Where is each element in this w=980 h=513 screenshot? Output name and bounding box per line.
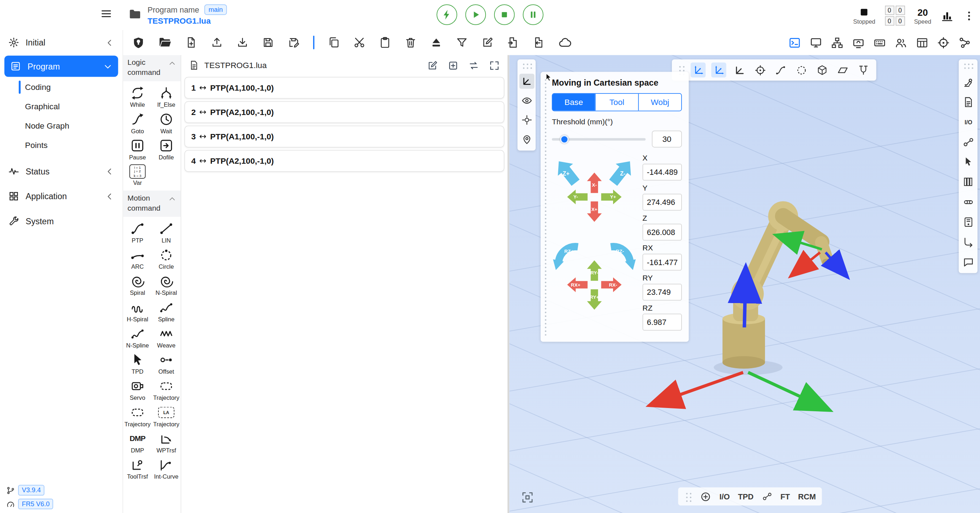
conveyor-icon[interactable] bbox=[961, 194, 976, 209]
export-file-icon[interactable] bbox=[507, 36, 520, 49]
performance-chart-icon[interactable] bbox=[940, 9, 954, 22]
threshold-value[interactable]: 30 bbox=[652, 131, 682, 148]
command-spline[interactable]: Spline bbox=[152, 298, 181, 324]
command-spiral[interactable]: Spiral bbox=[123, 272, 152, 298]
drag-handle[interactable] bbox=[963, 62, 974, 70]
filter-icon[interactable] bbox=[456, 36, 468, 49]
command-hspiral[interactable]: H-Spiral bbox=[123, 298, 152, 324]
tab-tool[interactable]: Tool bbox=[595, 94, 638, 111]
device-icon[interactable] bbox=[961, 214, 976, 229]
broadcast-icon[interactable] bbox=[852, 36, 865, 49]
gripper-icon[interactable] bbox=[856, 62, 871, 77]
swap-lines-icon[interactable] bbox=[468, 60, 479, 71]
path-curve-icon[interactable] bbox=[773, 62, 788, 77]
command-arc[interactable]: ARC bbox=[123, 245, 152, 271]
command-weave[interactable]: Weave bbox=[152, 324, 181, 350]
command-dmp[interactable]: DMPDMP bbox=[123, 429, 152, 455]
eject-icon[interactable] bbox=[430, 36, 442, 49]
jog-z-minus-button[interactable]: Z- bbox=[606, 156, 637, 189]
code-line[interactable]: 2 PTP(A2,100,-1,0) bbox=[185, 102, 504, 123]
coord-input-rx[interactable] bbox=[643, 254, 682, 270]
ft-toggle[interactable]: FT bbox=[780, 492, 790, 501]
sidebar-item-points[interactable]: Points bbox=[0, 136, 123, 155]
keyboard-icon[interactable] bbox=[873, 36, 886, 49]
jog-z-plus-button[interactable]: Z+ bbox=[552, 156, 583, 189]
command-var[interactable]: i = 1 j = 2 k = 3 Var bbox=[123, 162, 152, 188]
snap-crosshair-icon[interactable] bbox=[519, 113, 534, 127]
command-wait[interactable]: Wait bbox=[152, 110, 181, 136]
joint-toggle-icon[interactable] bbox=[762, 491, 773, 502]
command-servo[interactable]: Servo bbox=[123, 376, 152, 403]
command-nspline[interactable]: N-Spline bbox=[123, 324, 152, 350]
command-circle[interactable]: Circle bbox=[152, 245, 181, 271]
fullscreen-icon[interactable] bbox=[489, 60, 500, 71]
io-toggle[interactable]: I/O bbox=[719, 492, 730, 501]
flow-icon[interactable] bbox=[958, 36, 971, 49]
panel-drag-handle[interactable] bbox=[544, 78, 548, 336]
quick-run-button[interactable] bbox=[436, 4, 457, 25]
command-ptp[interactable]: PTP bbox=[123, 219, 152, 245]
jog-ry-plus-button[interactable]: RY+ bbox=[587, 289, 601, 310]
cut-icon[interactable] bbox=[353, 36, 366, 49]
copy-icon[interactable] bbox=[328, 36, 340, 49]
coord-input-y[interactable] bbox=[643, 194, 682, 211]
import-file-icon[interactable] bbox=[533, 36, 545, 49]
coord-input-ry[interactable] bbox=[643, 284, 682, 300]
work-circle-icon[interactable] bbox=[794, 62, 809, 77]
joint-frame-icon[interactable] bbox=[732, 62, 747, 77]
log-doc-icon[interactable] bbox=[961, 94, 976, 109]
download-icon[interactable] bbox=[236, 36, 249, 49]
plane-icon[interactable] bbox=[835, 62, 850, 77]
jog-rx-plus-button[interactable]: RX+ bbox=[567, 277, 588, 292]
message-icon[interactable] bbox=[961, 254, 976, 269]
jog-y-plus-button[interactable]: Y+ bbox=[601, 189, 622, 204]
command-pause[interactable]: Pause bbox=[123, 136, 152, 162]
play-button[interactable] bbox=[465, 4, 486, 25]
jog-rx-minus-button[interactable]: RX- bbox=[601, 277, 622, 292]
table-icon[interactable] bbox=[915, 36, 929, 49]
jog-ry-minus-button[interactable]: RY- bbox=[587, 260, 601, 281]
sidebar-item-status[interactable]: Status bbox=[0, 159, 123, 184]
command-nspiral[interactable]: N-Spiral bbox=[152, 272, 181, 298]
pause-button[interactable] bbox=[523, 4, 544, 25]
command-lin[interactable]: LIN bbox=[152, 219, 181, 245]
sidebar-item-graphical[interactable]: Graphical bbox=[0, 97, 123, 116]
edit-icon[interactable] bbox=[481, 36, 494, 49]
columns-panel-icon[interactable] bbox=[961, 175, 976, 189]
code-line[interactable]: 3 PTP(A1,100,-1,0) bbox=[185, 126, 504, 148]
more-menu-icon[interactable] bbox=[963, 10, 975, 22]
drag-handle[interactable] bbox=[521, 62, 532, 70]
axes-tool-icon[interactable] bbox=[519, 74, 534, 89]
command-goto[interactable]: Goto bbox=[123, 110, 152, 136]
tool-frame-icon[interactable] bbox=[711, 62, 726, 77]
coord-input-rz[interactable] bbox=[643, 314, 682, 331]
monitor-icon[interactable] bbox=[810, 36, 823, 49]
sidebar-item-program[interactable]: Program bbox=[4, 56, 118, 77]
jog-x-plus-button[interactable]: X+ bbox=[587, 201, 601, 222]
sitemap-icon[interactable] bbox=[830, 36, 844, 49]
protect-shield-icon[interactable] bbox=[132, 36, 145, 49]
view-eye-icon[interactable] bbox=[519, 93, 534, 108]
speed-indicator[interactable]: 20 Speed bbox=[914, 6, 931, 25]
jog-rz-plus-button[interactable]: RZ+ bbox=[553, 246, 578, 270]
add-target-icon[interactable] bbox=[700, 491, 711, 502]
sidebar-item-coding[interactable]: Coding bbox=[0, 77, 123, 97]
command-offset[interactable]: Offset bbox=[152, 350, 181, 376]
code-line[interactable]: 1 PTP(A1,100,-1,0) bbox=[185, 77, 504, 99]
command-trajectory-j[interactable]: Trajectory bbox=[123, 403, 152, 429]
code-line[interactable]: 4 PTP(A2,100,-1,0) bbox=[185, 150, 504, 172]
coord-input-x[interactable] bbox=[643, 164, 682, 181]
save-as-icon[interactable] bbox=[287, 36, 300, 49]
jog-rz-minus-button[interactable]: RZ- bbox=[611, 246, 636, 270]
sidebar-item-system[interactable]: System bbox=[0, 209, 123, 234]
logic-command-header[interactable]: Logic command bbox=[123, 55, 181, 81]
command-dofile[interactable]: Dofile bbox=[152, 136, 181, 162]
command-ifelse[interactable]: If_Else bbox=[152, 83, 181, 109]
users-icon[interactable] bbox=[894, 36, 908, 49]
command-while[interactable]: While bbox=[123, 83, 152, 109]
command-trajectory-la[interactable]: LATrajectory bbox=[152, 403, 181, 429]
upload-icon[interactable] bbox=[211, 36, 223, 49]
tpd-toggle[interactable]: TPD bbox=[738, 492, 754, 501]
command-wptrsf[interactable]: WPTrsf bbox=[152, 429, 181, 455]
program-folder-icon[interactable] bbox=[128, 8, 142, 26]
